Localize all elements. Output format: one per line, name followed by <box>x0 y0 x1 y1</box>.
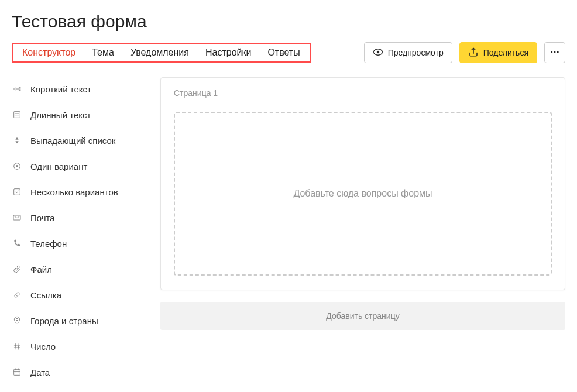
number-icon <box>12 341 22 352</box>
tab-answers[interactable]: Ответы <box>267 47 300 58</box>
more-icon <box>549 47 560 59</box>
sidebar-item-file[interactable]: Файл <box>12 257 146 281</box>
preview-button[interactable]: Предпросмотр <box>364 42 452 63</box>
tab-theme[interactable]: Тема <box>92 47 114 58</box>
svg-point-13 <box>18 373 19 373</box>
tabs-container: Конструктор Тема Уведомления Настройки О… <box>12 43 311 63</box>
page-title: Тестовая форма <box>0 0 577 42</box>
sidebar-item-radio[interactable]: Один вариант <box>12 154 146 178</box>
email-icon <box>12 212 22 223</box>
tab-settings[interactable]: Настройки <box>205 47 251 58</box>
sidebar-item-email[interactable]: Почта <box>12 206 146 229</box>
svg-point-11 <box>15 373 16 373</box>
sidebar-item-label: Почта <box>30 213 55 223</box>
tab-constructor[interactable]: Конструктор <box>22 47 75 58</box>
content: Короткий текст Длинный текст Выпадающий … <box>0 77 577 392</box>
topbar: Конструктор Тема Уведомления Настройки О… <box>0 42 577 77</box>
date-icon <box>12 367 22 377</box>
sidebar-item-label: Выпадающий список <box>30 136 115 146</box>
svg-rect-4 <box>14 112 20 118</box>
link-icon <box>12 290 22 300</box>
sidebar-item-dropdown[interactable]: Выпадающий список <box>12 129 146 152</box>
more-button[interactable] <box>544 42 565 63</box>
svg-point-1 <box>551 51 552 53</box>
page-label: Страница 1 <box>174 88 552 98</box>
file-icon <box>12 264 22 274</box>
page-card: Страница 1 Добавьте сюда вопросы формы <box>160 77 565 290</box>
svg-point-6 <box>16 165 18 167</box>
sidebar-item-short-text[interactable]: Короткий текст <box>12 77 146 101</box>
sidebar-item-label: Ссылка <box>30 290 61 300</box>
sidebar-item-label: Дата <box>30 367 50 377</box>
sidebar-item-checkbox[interactable]: Несколько вариантов <box>12 180 146 204</box>
svg-point-2 <box>554 51 556 53</box>
share-label: Поделиться <box>483 48 528 57</box>
sidebar-item-label: Один вариант <box>30 161 87 171</box>
radio-icon <box>12 161 22 171</box>
svg-point-12 <box>16 373 17 373</box>
sidebar-item-label: Несколько вариантов <box>30 187 118 197</box>
svg-rect-7 <box>14 189 20 195</box>
sidebar-item-yes-no[interactable]: Да / Нет <box>12 386 146 392</box>
sidebar-item-label: Короткий текст <box>30 84 91 94</box>
sidebar-item-phone[interactable]: Телефон <box>12 232 146 255</box>
dropzone-text: Добавьте сюда вопросы формы <box>293 188 432 199</box>
sidebar-item-city[interactable]: Города и страны <box>12 309 146 332</box>
checkbox-icon <box>12 187 22 197</box>
short-text-icon <box>12 84 22 94</box>
svg-point-9 <box>16 318 18 320</box>
phone-icon <box>12 238 22 249</box>
dropdown-icon <box>12 135 22 146</box>
share-button[interactable]: Поделиться <box>459 42 537 63</box>
sidebar-item-label: Длинный текст <box>30 110 91 120</box>
sidebar-item-link[interactable]: Ссылка <box>12 283 146 307</box>
location-icon <box>12 315 22 326</box>
share-icon <box>468 47 479 59</box>
sidebar-item-long-text[interactable]: Длинный текст <box>12 103 146 126</box>
dropzone[interactable]: Добавьте сюда вопросы формы <box>174 112 552 276</box>
sidebar-item-date[interactable]: Дата <box>12 360 146 384</box>
eye-icon <box>373 47 383 59</box>
sidebar-item-label: Телефон <box>30 239 67 249</box>
main-area: Страница 1 Добавьте сюда вопросы формы Д… <box>160 77 565 392</box>
long-text-icon <box>12 109 22 120</box>
sidebar-item-label: Города и страны <box>30 316 98 326</box>
add-page-button[interactable]: Добавить страницу <box>160 302 565 330</box>
svg-point-0 <box>376 50 379 53</box>
sidebar-item-label: Файл <box>30 264 52 274</box>
svg-rect-10 <box>14 369 20 375</box>
svg-point-3 <box>557 51 559 53</box>
sidebar-item-number[interactable]: Число <box>12 335 146 358</box>
preview-label: Предпросмотр <box>388 48 444 57</box>
svg-rect-8 <box>13 215 20 220</box>
sidebar: Короткий текст Длинный текст Выпадающий … <box>12 77 146 392</box>
tab-notifications[interactable]: Уведомления <box>130 47 189 58</box>
sidebar-item-label: Число <box>30 342 56 352</box>
